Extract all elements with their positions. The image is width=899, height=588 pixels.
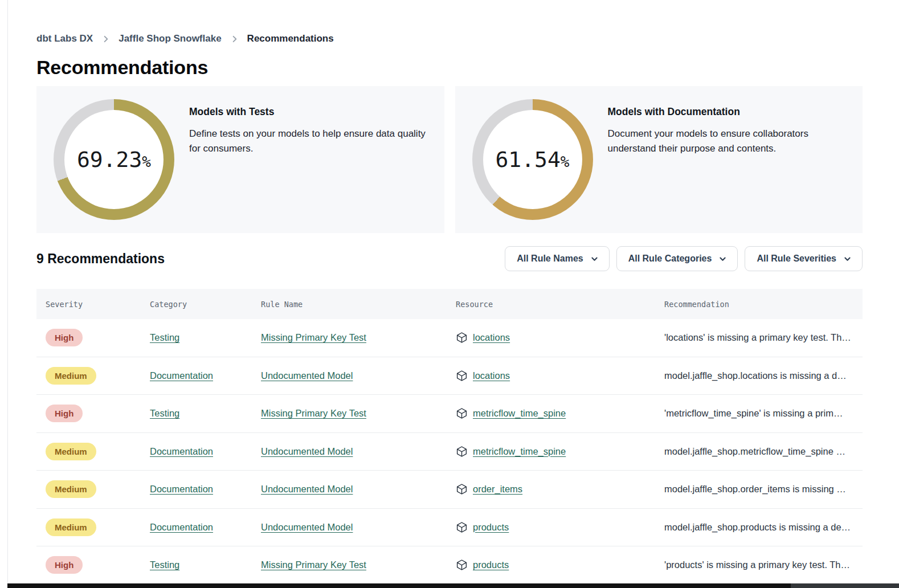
recommendations-page: dbt Labs DX Jaffle Shop Snowflake Recomm…	[0, 0, 899, 588]
breadcrumb: dbt Labs DX Jaffle Shop Snowflake Recomm…	[36, 33, 863, 44]
resource-link[interactable]: order_items	[473, 484, 522, 495]
severity-badge: Medium	[46, 518, 96, 536]
column-header-rule-name: Rule Name	[252, 300, 447, 309]
column-header-recommendation: Recommendation	[655, 300, 863, 309]
table-row: High Testing Missing Primary Key Test lo…	[36, 319, 863, 357]
card-title: Models with Tests	[189, 106, 433, 118]
table-row: Medium Documentation Undocumented Model …	[36, 509, 863, 547]
card-title: Models with Documentation	[608, 106, 836, 118]
category-link[interactable]: Documentation	[150, 370, 213, 381]
chevron-down-icon	[718, 255, 727, 263]
cube-icon	[456, 407, 468, 419]
card-description: Define tests on your models to help ensu…	[189, 126, 433, 157]
table-row: High Testing Missing Primary Key Test pr…	[36, 546, 863, 585]
resource-link[interactable]: locations	[473, 332, 510, 343]
table-body: High Testing Missing Primary Key Test lo…	[36, 319, 863, 585]
breadcrumb-item-jaffle-shop-snowflake[interactable]: Jaffle Shop Snowflake	[118, 33, 221, 44]
rule-severities-filter-dropdown[interactable]: All Rule Severities	[745, 246, 863, 271]
severity-badge: High	[46, 405, 83, 422]
chevron-right-icon	[101, 35, 110, 43]
resource-link[interactable]: metricflow_time_spine	[473, 446, 566, 457]
recommendation-text: model.jaffle_shop.order_items is missing…	[655, 484, 863, 495]
recommendation-text: 'products' is missing a primary key test…	[655, 560, 863, 570]
cube-icon	[456, 446, 468, 458]
left-edge-divider	[7, 0, 8, 588]
resource-link[interactable]: products	[473, 522, 509, 533]
models-with-tests-card: 69.23% Models with Tests Define tests on…	[36, 86, 444, 233]
category-link[interactable]: Testing	[150, 408, 179, 418]
summary-cards: 69.23% Models with Tests Define tests on…	[36, 86, 863, 233]
severity-badge: High	[46, 556, 83, 574]
breadcrumb-item-recommendations: Recommendations	[247, 33, 334, 44]
cube-icon	[456, 483, 468, 495]
severity-badge: High	[46, 329, 83, 346]
chevron-down-icon	[590, 255, 599, 263]
resource-link[interactable]: products	[473, 560, 509, 570]
percent-sign: %	[142, 149, 151, 170]
category-link[interactable]: Documentation	[150, 522, 213, 532]
percent-sign: %	[561, 149, 570, 170]
cube-icon	[456, 370, 468, 382]
card-description: Document your models to ensure collabora…	[608, 126, 836, 157]
severity-badge: Medium	[46, 480, 96, 498]
rule-name-link[interactable]: Undocumented Model	[261, 522, 353, 532]
category-link[interactable]: Documentation	[150, 484, 213, 494]
table-header-row: Severity Category Rule Name Resource Rec…	[36, 289, 863, 319]
severity-badge: Medium	[46, 443, 96, 460]
documentation-coverage-percent: 61.54	[495, 147, 560, 172]
rule-name-link[interactable]: Undocumented Model	[261, 446, 353, 456]
table-row: High Testing Missing Primary Key Test me…	[36, 395, 863, 433]
column-header-severity: Severity	[36, 300, 141, 309]
chevron-right-icon	[230, 35, 239, 43]
documentation-coverage-donut-chart: 61.54%	[472, 99, 593, 220]
recommendation-text: 'metricflow_time_spine' is missing a pri…	[655, 408, 863, 419]
resource-link[interactable]: locations	[473, 370, 510, 381]
rule-names-filter-dropdown[interactable]: All Rule Names	[505, 246, 609, 271]
recommendation-text: model.jaffle_shop.products is missing a …	[655, 522, 863, 533]
rule-name-link[interactable]: Missing Primary Key Test	[261, 332, 366, 342]
rule-name-link[interactable]: Undocumented Model	[261, 370, 353, 381]
bottom-bar	[7, 583, 899, 588]
recommendations-count: 9 Recommendations	[36, 251, 165, 267]
category-link[interactable]: Documentation	[150, 446, 213, 456]
table-row: Medium Documentation Undocumented Model …	[36, 357, 863, 395]
recommendation-text: 'locations' is missing a primary key tes…	[655, 332, 863, 343]
chevron-down-icon	[843, 255, 852, 263]
table-row: Medium Documentation Undocumented Model …	[36, 433, 863, 471]
tests-coverage-percent: 69.23	[77, 147, 142, 172]
rule-name-link[interactable]: Missing Primary Key Test	[261, 560, 366, 570]
category-link[interactable]: Testing	[150, 560, 179, 570]
recommendation-text: model.jaffle_shop.metricflow_time_spine …	[655, 446, 863, 457]
category-link[interactable]: Testing	[150, 332, 179, 342]
recommendations-table: Severity Category Rule Name Resource Rec…	[36, 289, 863, 585]
cube-icon	[456, 559, 468, 571]
column-header-category: Category	[141, 300, 252, 309]
rule-name-link[interactable]: Undocumented Model	[261, 484, 353, 494]
rule-name-link[interactable]: Missing Primary Key Test	[261, 408, 366, 418]
table-row: Medium Documentation Undocumented Model …	[36, 471, 863, 509]
resource-link[interactable]: metricflow_time_spine	[473, 408, 566, 419]
cube-icon	[456, 521, 468, 533]
models-with-documentation-card: 61.54% Models with Documentation Documen…	[455, 86, 863, 233]
column-header-resource: Resource	[447, 300, 655, 309]
tests-coverage-donut-chart: 69.23%	[54, 99, 174, 220]
recommendation-text: model.jaffle_shop.locations is missing a…	[655, 370, 863, 381]
severity-badge: Medium	[46, 367, 96, 385]
page-title: Recommendations	[36, 56, 863, 79]
rule-categories-filter-dropdown[interactable]: All Rule Categories	[616, 246, 738, 271]
cube-icon	[456, 332, 468, 344]
filter-bar: All Rule Names All Rule Categories All R…	[505, 246, 863, 271]
breadcrumb-item-dbt-labs-dx[interactable]: dbt Labs DX	[36, 33, 93, 44]
